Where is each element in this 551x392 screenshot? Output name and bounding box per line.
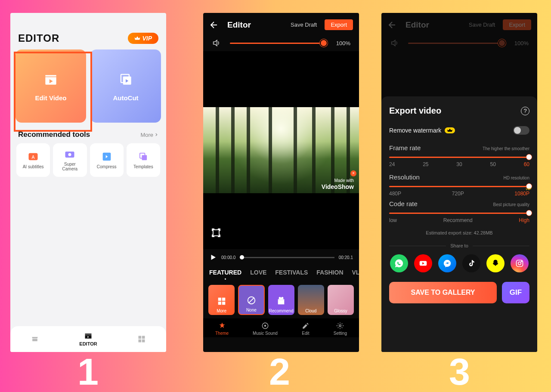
vip-crown-icon [445,127,455,133]
theme-cloud[interactable]: Cloud [298,285,324,315]
remove-watermark-x[interactable]: × [350,170,356,176]
gift-icon [276,296,286,306]
share-messenger[interactable] [438,254,456,272]
svg-rect-8 [142,155,147,160]
edit-video-card[interactable]: Edit Video [15,49,86,123]
tab-edit[interactable]: Edit [302,322,310,336]
export-sheet: Export video ? Remove watermark Frame ra… [381,96,537,352]
theme-glossy[interactable]: Glossy [328,285,354,315]
nav-editor[interactable]: EDITOR [79,332,97,346]
theme-more[interactable]: More [208,285,235,315]
share-tiktok[interactable] [462,254,480,272]
remove-watermark-label: Remove watermark [389,127,441,134]
grid-more-icon [217,296,226,306]
theme-none[interactable]: None [238,285,264,315]
svg-rect-14 [218,298,221,301]
step-3: 3 [449,353,470,391]
compress-icon [101,151,113,163]
crown-icon [134,35,140,41]
nav-store[interactable] [30,335,40,343]
more-button[interactable]: More [140,132,158,138]
vip-tag: VIP [526,187,531,191]
editor-title: Editor [406,20,461,30]
resolution-slider[interactable] [389,186,529,187]
step-1: 1 [77,353,99,391]
svg-point-5 [68,153,71,156]
export-video-title: Export video [389,106,441,116]
step-2: 2 [269,353,290,391]
timeline-slider[interactable] [240,257,334,258]
export-button[interactable]: Export [503,19,531,30]
volume-slider [408,43,503,44]
gif-button[interactable]: GIF [502,282,529,303]
framerate-hint: The higher the smoother [483,146,529,151]
tool-super-camera[interactable]: Super Camera [53,143,87,177]
volume-percent: 100% [514,40,529,46]
time-current: 00:00.0 [221,255,235,260]
svg-rect-19 [278,300,285,304]
theme-icon [218,322,226,330]
save-to-gallery-button[interactable]: SAVE TO GALLERY [389,282,497,303]
store-icon [30,335,40,343]
coderate-slider[interactable] [389,213,529,214]
svg-rect-9 [138,336,141,339]
tab-theme[interactable]: Theme [215,322,229,336]
video-preview[interactable]: × Made withVideoShow [203,107,359,193]
music-icon [261,322,269,330]
theme-recommend[interactable]: Recommend [268,285,294,315]
cat-vlog[interactable]: VL [352,269,359,281]
phone-screen-1: EDITOR VIP Edit Video AutoCut Recommende… [10,13,166,352]
none-icon [247,296,256,305]
cat-featured[interactable]: FEATURED [209,269,241,281]
svg-rect-13 [213,230,219,236]
resolution-hint: HD resolution [503,176,529,180]
coderate-hint: Best picture quality [493,202,530,207]
editor-icon [83,332,93,340]
watermark-toggle[interactable] [513,126,529,135]
tool-compress[interactable]: Compress [90,143,124,177]
tool-ai-subtitles[interactable]: A AI subtitles [16,143,50,177]
estimated-size: Estimated export size: 42.28MB [389,230,529,235]
save-draft-button[interactable]: Save Draft [291,22,317,28]
framerate-slider[interactable] [389,157,529,158]
svg-rect-16 [218,302,221,305]
framerate-label: Frame rate [389,144,421,151]
volume-icon[interactable] [212,38,221,48]
export-button[interactable]: Export [325,19,353,30]
cat-love[interactable]: LOVE [250,269,266,281]
share-whatsapp[interactable] [390,254,408,272]
back-icon[interactable] [209,20,220,30]
recommended-title: Recommended tools [18,130,90,139]
vip-badge[interactable]: VIP [128,33,158,44]
cat-festivals[interactable]: FESTIVALS [275,269,308,281]
editor-title: Editor [227,20,283,30]
svg-rect-15 [222,298,225,301]
svg-rect-10 [142,336,145,339]
nav-grid[interactable] [136,335,147,343]
coderate-label: Code rate [389,200,418,207]
resolution-label: Resolution [389,173,420,181]
svg-point-22 [264,325,266,327]
play-icon[interactable] [209,253,217,261]
tab-setting[interactable]: Setting [334,322,347,336]
clapboard-icon [43,71,59,87]
tab-music[interactable]: Music Sound [253,322,278,336]
autocut-card[interactable]: AutoCut [90,49,161,123]
fullscreen-icon[interactable] [211,228,221,238]
help-icon[interactable]: ? [521,107,529,115]
svg-rect-20 [278,299,285,300]
grid-icon [136,335,147,343]
volume-slider[interactable] [230,43,325,44]
share-instagram[interactable] [511,254,529,272]
share-snapchat[interactable] [486,254,505,272]
save-draft-button[interactable]: Save Draft [469,22,495,28]
cat-fashion[interactable]: FASHION [316,269,343,281]
tool-templates[interactable]: Templates [127,143,160,177]
svg-rect-12 [142,340,145,343]
theme-categories: FEATURED LOVE FESTIVALS FASHION VL [203,265,359,281]
subtitle-icon: A [27,151,39,163]
share-youtube[interactable] [414,254,432,272]
back-icon[interactable] [387,20,398,30]
share-to-label: Share to [450,243,468,248]
phone-screen-3: Editor Save Draft Export 100% Export vid… [381,13,537,352]
